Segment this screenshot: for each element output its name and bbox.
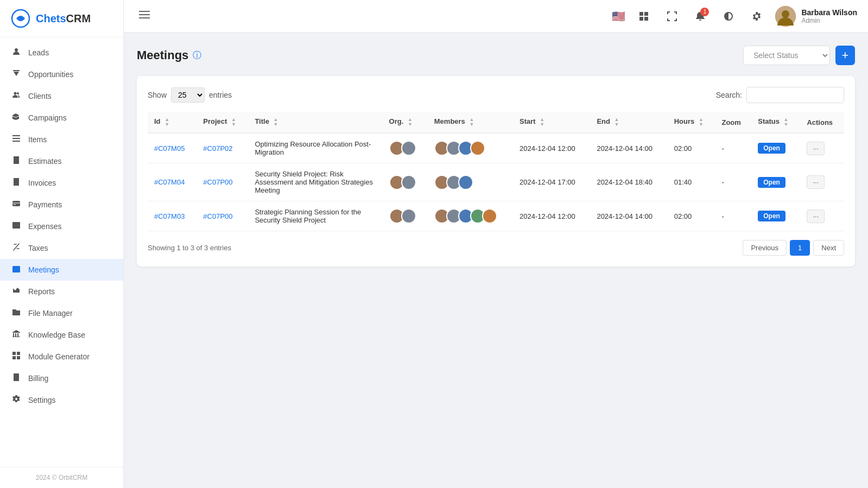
notification-button[interactable]: 1 (690, 7, 710, 26)
sidebar-item-expenses[interactable]: Expenses (0, 216, 123, 237)
action-menu-button[interactable]: ··· (807, 210, 825, 223)
col-title[interactable]: Title ▲▼ (248, 112, 382, 133)
user-name: Barbara Wilson (801, 8, 857, 17)
search-label: Search: (716, 91, 742, 99)
cell-members (428, 163, 513, 201)
col-end[interactable]: End ▲▼ (590, 112, 667, 133)
col-start[interactable]: Start ▲▼ (513, 112, 590, 133)
dark-mode-button[interactable] (719, 7, 738, 26)
col-project[interactable]: Project ▲▼ (197, 112, 248, 133)
cell-start: 2024-12-04 17:00 (513, 163, 590, 201)
col-hours[interactable]: Hours ▲▼ (668, 112, 715, 133)
sidebar-item-file-manager[interactable]: File Manager (0, 302, 123, 324)
app-header: 🇺🇸 1 (124, 0, 868, 33)
language-flag[interactable]: 🇺🇸 (612, 10, 625, 23)
knowledge-base-icon (11, 329, 22, 340)
col-org[interactable]: Org. ▲▼ (383, 112, 428, 133)
sidebar-item-meetings[interactable]: Meetings (0, 259, 123, 281)
sidebar-item-module-generator[interactable]: Module Generator (0, 346, 123, 367)
hamburger-button[interactable] (135, 7, 154, 25)
opportunities-icon (11, 69, 22, 80)
col-status[interactable]: Status ▲▼ (751, 112, 800, 133)
showing-text: Showing 1 to 3 of 3 entries (148, 244, 231, 252)
sidebar-item-clients[interactable]: Clients (0, 85, 123, 107)
cell-zoom: - (715, 201, 751, 231)
cell-hours: 02:00 (668, 133, 715, 163)
cell-title: Optimizing Resource Allocation Post-Migr… (248, 133, 382, 163)
gear-button[interactable] (747, 7, 766, 26)
sidebar-logo: ChetsCRM (0, 0, 123, 37)
grid-view-button[interactable] (634, 7, 654, 26)
sidebar: ChetsCRM Leads Opportunities Clients (0, 0, 124, 488)
file-manager-icon (11, 308, 22, 319)
sidebar-item-opportunities[interactable]: Opportunities (0, 64, 123, 85)
fullscreen-button[interactable] (662, 7, 682, 26)
sidebar-item-reports[interactable]: Reports (0, 281, 123, 302)
sidebar-item-taxes[interactable]: Taxes (0, 237, 123, 259)
table-row: #C07M04 #C07P00 Security Shield Project:… (148, 163, 844, 201)
col-id[interactable]: Id ▲▼ (148, 112, 197, 133)
cell-status: Open (751, 201, 800, 231)
svg-rect-4 (12, 135, 20, 136)
action-menu-button[interactable]: ··· (807, 142, 825, 155)
sidebar-footer: 2024 © OrbitCRM (0, 467, 123, 488)
user-info: Barbara Wilson Admin (801, 8, 857, 24)
sidebar-item-settings[interactable]: Settings (0, 389, 123, 411)
search-input[interactable] (746, 87, 844, 103)
page-1-button[interactable]: 1 (790, 240, 810, 256)
cell-zoom: - (715, 133, 751, 163)
page-header: Meetings ⓘ Select Status Open Closed + (137, 46, 855, 65)
status-select[interactable]: Select Status Open Closed (743, 46, 830, 65)
cell-end: 2024-12-04 14:00 (590, 133, 667, 163)
sidebar-item-payments[interactable]: Payments (0, 194, 123, 216)
show-label: Show (148, 91, 167, 99)
avatar (775, 6, 796, 27)
user-profile[interactable]: Barbara Wilson Admin (775, 6, 857, 27)
svg-rect-14 (12, 356, 16, 359)
svg-rect-17 (139, 14, 150, 15)
svg-rect-6 (12, 141, 20, 142)
entries-select[interactable]: 25 10 50 100 (171, 87, 205, 103)
leads-icon (11, 47, 22, 58)
sidebar-item-estimates[interactable]: Estimates (0, 150, 123, 172)
app-name: ChetsCRM (36, 12, 91, 25)
cell-status: Open (751, 133, 800, 163)
user-role: Admin (801, 17, 857, 24)
svg-rect-8 (12, 202, 20, 204)
cell-members (428, 133, 513, 163)
col-zoom: Zoom (715, 112, 751, 133)
next-button[interactable]: Next (813, 240, 844, 256)
page-title: Meetings (137, 48, 188, 62)
cell-actions: ··· (800, 201, 844, 231)
cell-actions: ··· (800, 133, 844, 163)
sidebar-item-items[interactable]: Items (0, 129, 123, 150)
sidebar-item-invoices[interactable]: Invoices (0, 172, 123, 194)
action-menu-button[interactable]: ··· (807, 175, 825, 189)
expenses-icon (11, 221, 22, 232)
sidebar-item-knowledge-base[interactable]: Knowledge Base (0, 324, 123, 346)
info-icon[interactable]: ⓘ (193, 50, 201, 61)
previous-button[interactable]: Previous (743, 240, 787, 256)
sidebar-item-campaigns[interactable]: Campaigns (0, 107, 123, 129)
meetings-table-card: Show 25 10 50 100 entries Search: (137, 76, 855, 267)
cell-end: 2024-12-04 14:00 (590, 201, 667, 231)
cell-project: #C07P00 (197, 163, 248, 201)
cell-status: Open (751, 163, 800, 201)
svg-rect-16 (139, 11, 150, 12)
cell-project: #C07P02 (197, 133, 248, 163)
col-members[interactable]: Members ▲▼ (428, 112, 513, 133)
col-actions: Actions (800, 112, 844, 133)
sidebar-item-billing[interactable]: Billing (0, 367, 123, 389)
cell-id: #C07M04 (148, 163, 197, 201)
cell-project: #C07P00 (197, 201, 248, 231)
estimates-icon (11, 156, 22, 167)
table-controls: Show 25 10 50 100 entries Search: (148, 87, 844, 103)
table-row: #C07M03 #C07P00 Strategic Planning Sessi… (148, 201, 844, 231)
pagination: Previous 1 Next (743, 240, 844, 256)
invoices-icon (11, 178, 22, 188)
add-meeting-button[interactable]: + (835, 46, 855, 65)
cell-id: #C07M05 (148, 133, 197, 163)
taxes-icon (11, 243, 22, 253)
sidebar-item-leads[interactable]: Leads (0, 42, 123, 64)
svg-rect-19 (639, 12, 643, 16)
